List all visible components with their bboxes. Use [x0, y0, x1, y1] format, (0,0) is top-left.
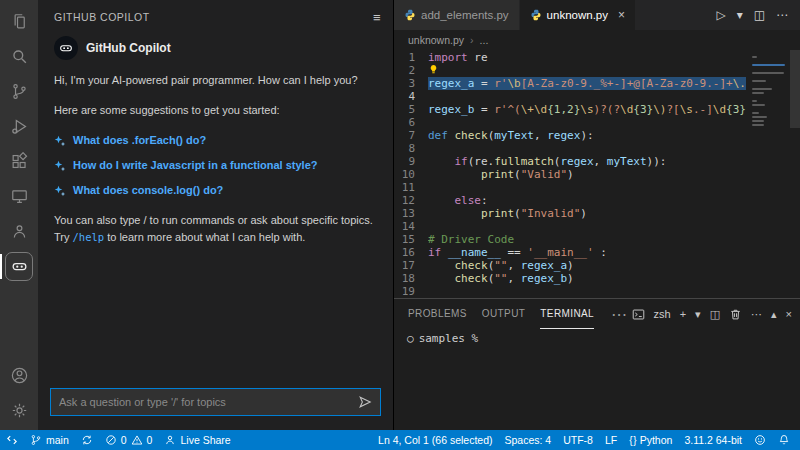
tab-unknown-py[interactable]: unknown.py× [520, 0, 636, 30]
suggestion-list: What does .forEach() do?How do I write J… [54, 132, 377, 199]
code-line[interactable]: 19 [394, 285, 746, 298]
panel-tab-terminal[interactable]: TERMINAL [540, 299, 594, 329]
line-number: 4 [394, 90, 428, 103]
panel-menu-icon[interactable]: ≡ [373, 10, 381, 25]
chevron-right-icon: › [470, 34, 474, 46]
python-interpreter[interactable]: 3.11.2 64-bit [678, 430, 748, 450]
code-line[interactable]: 4 [394, 90, 746, 103]
panel-tab-problems[interactable]: PROBLEMS [408, 299, 467, 329]
scrollbar[interactable] [790, 50, 800, 128]
terminal-content[interactable]: ○samples % [394, 329, 800, 345]
code-line[interactable]: 3regex_a = r'\b[A-Za-z0-9._%+-]+@[A-Za-z… [394, 77, 746, 90]
language-label: Python [640, 434, 673, 446]
code-line[interactable]: 5regex_b = r'^(\+\d{1,2}\s)?(?\d{3}\)?[\… [394, 103, 746, 116]
shell-label[interactable]: zsh [654, 308, 671, 320]
breadcrumb[interactable]: unknown.py › ... [394, 30, 800, 50]
code-line[interactable]: 8 [394, 142, 746, 155]
status-bar-right: Ln 4, Col 1 (66 selected) Spaces: 4 UTF-… [372, 430, 796, 450]
suggestion-link[interactable]: How do I write Javascript in a functiona… [54, 157, 377, 174]
run-debug-icon[interactable] [0, 109, 38, 144]
copilot-header-row: GitHub Copilot [54, 36, 377, 60]
code-line[interactable]: 14 [394, 220, 746, 233]
sync-icon[interactable] [75, 430, 99, 450]
live-share-button[interactable]: Live Share [158, 430, 236, 450]
code-line[interactable]: 13 print("Invalid") [394, 207, 746, 220]
warning-icon [131, 434, 143, 446]
send-icon[interactable] [358, 395, 372, 409]
kill-terminal-icon[interactable] [729, 308, 742, 321]
code-line[interactable]: 11 [394, 181, 746, 194]
copilot-chat-body: GitHub Copilot Hi, I'm your AI-powered p… [38, 34, 393, 380]
code-line[interactable]: 18 check("", regex_b) [394, 272, 746, 285]
panel-tab-output[interactable]: OUTPUT [482, 299, 526, 329]
sidebar-header: GITHUB COPILOT ≡ [38, 0, 393, 34]
code-line[interactable]: 2 [394, 64, 746, 77]
code-line[interactable]: 15# Driver Code [394, 233, 746, 246]
breadcrumb-more[interactable]: ... [480, 34, 489, 46]
copilot-avatar [54, 36, 78, 60]
remote-explorer-icon[interactable] [0, 179, 38, 214]
close-tab-icon[interactable]: × [618, 8, 625, 22]
minimap[interactable] [749, 50, 789, 131]
remote-indicator-icon[interactable] [0, 430, 24, 450]
indentation[interactable]: Spaces: 4 [499, 430, 558, 450]
line-number: 7 [394, 129, 428, 142]
search-icon[interactable] [0, 39, 38, 74]
tab-bar: add_elements.pyunknown.py× ▷▾◫⋯ [394, 0, 800, 30]
line-number: 14 [394, 220, 428, 233]
warning-count: 0 [147, 434, 153, 446]
maximize-panel-icon[interactable]: ▴ [771, 308, 777, 321]
language-mode[interactable]: { } Python [623, 430, 678, 450]
explorer-icon[interactable] [0, 4, 38, 39]
feedback-icon[interactable] [748, 430, 772, 450]
panel-more-icon[interactable]: ⋯ [751, 308, 762, 321]
code-line[interactable]: 12 else: [394, 194, 746, 207]
more-actions-icon[interactable]: ⋯ [776, 8, 788, 22]
activity-bar [0, 0, 38, 430]
problems-indicator[interactable]: 0 0 [99, 430, 159, 450]
help-command[interactable]: /help [73, 231, 105, 243]
new-terminal-icon[interactable]: + [680, 308, 686, 320]
breadcrumb-file[interactable]: unknown.py [408, 34, 464, 46]
tab-add_elements-py[interactable]: add_elements.py [394, 0, 520, 30]
panel-tabs-more-icon[interactable]: ⋯ [611, 305, 627, 324]
launch-profile-dropdown-icon[interactable]: ▾ [695, 308, 701, 321]
panel-tabs: PROBLEMSOUTPUTTERMINAL⋯ [408, 299, 627, 329]
live-share-label: Live Share [180, 434, 230, 446]
eol[interactable]: LF [599, 430, 623, 450]
editor-actions: ▷▾◫⋯ [716, 0, 800, 30]
live-share-icon[interactable] [0, 214, 38, 249]
extensions-icon[interactable] [0, 144, 38, 179]
source-control-icon[interactable] [0, 74, 38, 109]
bottom-panel: PROBLEMSOUTPUTTERMINAL⋯ zsh+▾◫⋯▴× ○sampl… [394, 298, 800, 430]
code-line[interactable]: 10 print("Valid") [394, 168, 746, 181]
code-line[interactable]: 16if __name__ == '__main__' : [394, 246, 746, 259]
settings-gear-icon[interactable] [0, 393, 38, 428]
suggestion-link[interactable]: What does .forEach() do? [54, 132, 377, 149]
copilot-icon[interactable] [0, 249, 38, 284]
chat-input[interactable] [59, 396, 358, 408]
line-number: 10 [394, 168, 428, 181]
terminal-prompt: samples % [419, 332, 479, 345]
cursor-position[interactable]: Ln 4, Col 1 (66 selected) [372, 430, 498, 450]
branch-indicator[interactable]: main [24, 430, 75, 450]
run-button[interactable]: ▷ [716, 8, 725, 22]
bell-icon[interactable] [772, 430, 796, 450]
code-line[interactable]: 6 [394, 116, 746, 129]
encoding[interactable]: UTF-8 [557, 430, 599, 450]
run-dropdown-icon[interactable]: ▾ [737, 8, 743, 22]
suggestion-link[interactable]: What does console.log() do? [54, 182, 377, 199]
editor-group: add_elements.pyunknown.py× ▷▾◫⋯ unknown.… [394, 0, 800, 430]
code-line[interactable]: 17 check("", regex_a) [394, 259, 746, 272]
line-number: 15 [394, 233, 428, 246]
account-icon[interactable] [0, 358, 38, 393]
code-line[interactable]: 9 if(re.fullmatch(regex, myText)): [394, 155, 746, 168]
split-terminal-icon[interactable]: ◫ [710, 308, 720, 321]
code-line[interactable]: 7def check(myText, regex): [394, 129, 746, 142]
lightbulb-icon[interactable] [428, 64, 439, 77]
split-editor-icon[interactable]: ◫ [754, 8, 765, 22]
code-line[interactable]: 1import re [394, 51, 746, 64]
close-panel-icon[interactable]: × [786, 308, 792, 320]
code-editor[interactable]: 1import re23regex_a = r'\b[A-Za-z0-9._%+… [394, 50, 800, 298]
status-bar: main 0 0 Live Share Ln 4, Col 1 (66 sele… [0, 430, 800, 450]
